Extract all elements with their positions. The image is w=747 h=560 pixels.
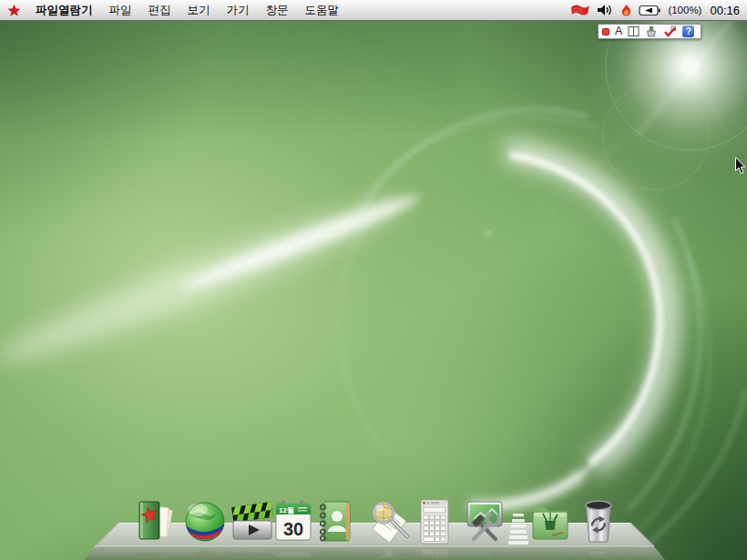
battery-icon[interactable]: [639, 5, 661, 16]
dock-item-trash[interactable]: [575, 497, 622, 559]
dock-reflection: [411, 546, 458, 559]
font-icon[interactable]: A: [615, 25, 622, 37]
status-tray: (100%) 00:16: [570, 4, 740, 17]
menu-item-window[interactable]: 창문: [266, 3, 289, 18]
menu-item-file[interactable]: 파일: [109, 3, 132, 18]
red-star-menu-icon[interactable]: [7, 4, 21, 17]
dock-reflection: [270, 546, 317, 559]
inkpot-icon[interactable]: [645, 25, 658, 37]
menu-bar: 파일열람기 파일 편집 보기 가기 창문 도움말: [0, 0, 747, 21]
red-flag-icon[interactable]: [570, 4, 590, 17]
dock-reflection: [366, 546, 414, 559]
volume-icon[interactable]: [597, 4, 614, 16]
battery-percent-label: (100%): [668, 5, 701, 15]
columns-icon[interactable]: [628, 25, 640, 37]
spellcheck-icon[interactable]: [663, 25, 677, 37]
desktop-wallpaper[interactable]: [0, 21, 747, 560]
dock-item-calendar[interactable]: [270, 497, 317, 559]
flame-icon[interactable]: [620, 4, 632, 17]
menu-item-help[interactable]: 도움말: [305, 3, 340, 18]
dock-reflection: [312, 546, 360, 559]
help-icon[interactable]: ?: [682, 25, 694, 37]
menu-item-view[interactable]: 보기: [188, 3, 210, 18]
dock-reflection: [575, 546, 622, 559]
palette-close-icon[interactable]: [602, 28, 609, 36]
dock-item-stationery-folder[interactable]: [527, 497, 574, 559]
menu-item-edit[interactable]: 편집: [148, 3, 171, 18]
menu-item-go[interactable]: 가기: [227, 3, 250, 18]
dock-item-file-manager[interactable]: [131, 497, 179, 559]
dock-reflection: [527, 546, 574, 559]
menu-item-app-name[interactable]: 파일열람기: [36, 3, 93, 18]
dock-item-calculator[interactable]: [411, 497, 458, 559]
dock-item-file-search[interactable]: [366, 497, 414, 559]
dock-item-address-book[interactable]: [312, 497, 360, 559]
dock-item-web-browser[interactable]: [181, 497, 229, 559]
floating-toolbar-palette: A ?: [598, 24, 701, 39]
dock-reflection: [131, 546, 179, 559]
dock-reflection: [181, 546, 229, 559]
clock-label[interactable]: 00:16: [710, 4, 740, 17]
